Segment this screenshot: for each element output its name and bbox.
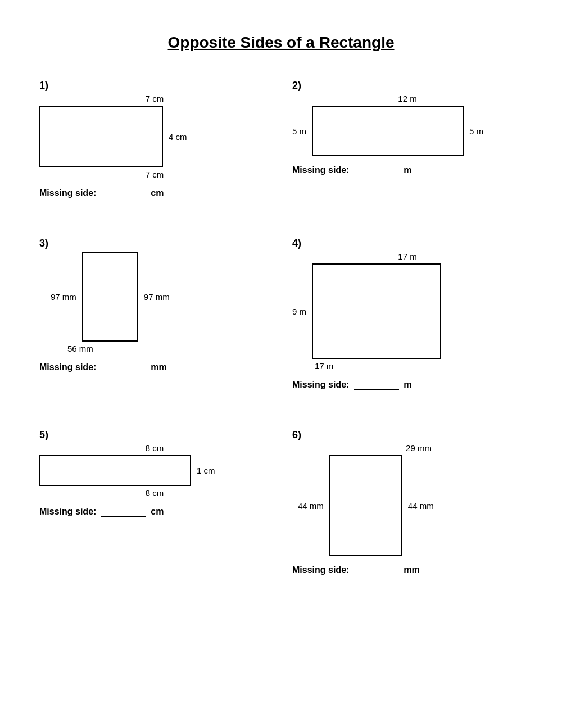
- problem-1-number: 1): [39, 80, 270, 92]
- problem-5-rectangle: [39, 455, 191, 486]
- problem-3-blank: [101, 372, 146, 372]
- problem-4-top-label: 17 m: [292, 252, 523, 261]
- problem-1: 1) 7 cm 4 cm 7 cm Missing side: cm: [34, 74, 275, 204]
- problem-3-right-label: 97 mm: [144, 292, 170, 302]
- problem-6-number: 6): [292, 429, 523, 441]
- problem-2-rectangle: [312, 106, 464, 156]
- problem-3-bottom-label: 56 mm: [67, 344, 270, 353]
- problem-4-bottom-label: 17 m: [315, 361, 523, 371]
- problems-grid: 1) 7 cm 4 cm 7 cm Missing side: cm 2) 12…: [34, 74, 528, 586]
- problem-5-rect-row: 1 cm: [39, 455, 270, 486]
- problem-2-inner: 12 m 5 m 5 m: [292, 94, 523, 156]
- problem-4-number: 4): [292, 238, 523, 249]
- problem-2-right-label: 5 m: [469, 126, 483, 136]
- problem-3-rectangle: [82, 252, 138, 342]
- problem-1-blank: [101, 198, 146, 198]
- problem-1-rect-row: 4 cm: [39, 106, 270, 167]
- problem-6-top-label: 29 mm: [315, 443, 523, 453]
- problem-4-rect-row: 9 m: [292, 263, 523, 359]
- problem-3-rect-row: 97 mm 97 mm: [51, 252, 270, 342]
- problem-5-top-label: 8 cm: [39, 443, 270, 453]
- problem-2-rect-row: 5 m 5 m: [292, 106, 523, 156]
- problem-5-blank: [101, 516, 146, 517]
- problem-4-blank: [354, 389, 399, 390]
- problem-6-right-label: 44 mm: [408, 501, 434, 511]
- problem-6-missing: Missing side: mm: [292, 565, 523, 575]
- problem-6-left-label: 44 mm: [298, 501, 324, 511]
- problem-1-right-label: 4 cm: [169, 132, 187, 142]
- problem-6-rect-row: 44 mm 44 mm: [298, 455, 523, 556]
- problem-4: 4) 17 m 9 m 17 m Missing side: m: [287, 232, 528, 395]
- problem-5-missing: Missing side: cm: [39, 507, 270, 517]
- problem-5-bottom-label: 8 cm: [39, 488, 270, 498]
- problem-4-inner: 17 m 9 m 17 m: [292, 252, 523, 371]
- problem-1-missing: Missing side: cm: [39, 188, 270, 198]
- problem-2-blank: [354, 175, 399, 175]
- problem-2-top-label: 12 m: [292, 94, 523, 103]
- problem-3-inner: 97 mm 97 mm 56 mm: [39, 252, 270, 353]
- problem-1-bottom-label: 7 cm: [39, 170, 270, 179]
- problem-3-missing: Missing side: mm: [39, 362, 270, 372]
- problem-6: 6) 29 mm 44 mm 44 mm Missing side: mm: [287, 424, 528, 581]
- problem-1-inner: 7 cm 4 cm 7 cm: [39, 94, 270, 179]
- problem-5-right-label: 1 cm: [197, 466, 215, 475]
- problem-5-number: 5): [39, 429, 270, 441]
- problem-2-number: 2): [292, 80, 523, 92]
- problem-2-missing: Missing side: m: [292, 165, 523, 175]
- problem-2: 2) 12 m 5 m 5 m Missing side: m: [287, 74, 528, 204]
- problem-2-left-label: 5 m: [292, 126, 306, 136]
- problem-3-left-label: 97 mm: [51, 292, 76, 302]
- problem-5-inner: 8 cm 1 cm 8 cm: [39, 443, 270, 498]
- problem-4-rectangle: [312, 263, 441, 359]
- problem-3: 3) 97 mm 97 mm 56 mm Missing side: mm: [34, 232, 275, 395]
- problem-6-rectangle: [329, 455, 402, 556]
- problem-6-blank: [354, 575, 399, 575]
- problem-1-rectangle: [39, 106, 163, 167]
- problem-5: 5) 8 cm 1 cm 8 cm Missing side: cm: [34, 424, 275, 581]
- problem-3-number: 3): [39, 238, 270, 249]
- problem-4-left-label: 9 m: [292, 307, 306, 316]
- page-title: Opposite Sides of a Rectangle: [34, 34, 528, 52]
- problem-4-missing: Missing side: m: [292, 380, 523, 390]
- problem-6-inner: 29 mm 44 mm 44 mm: [292, 443, 523, 556]
- problem-1-top-label: 7 cm: [39, 94, 270, 103]
